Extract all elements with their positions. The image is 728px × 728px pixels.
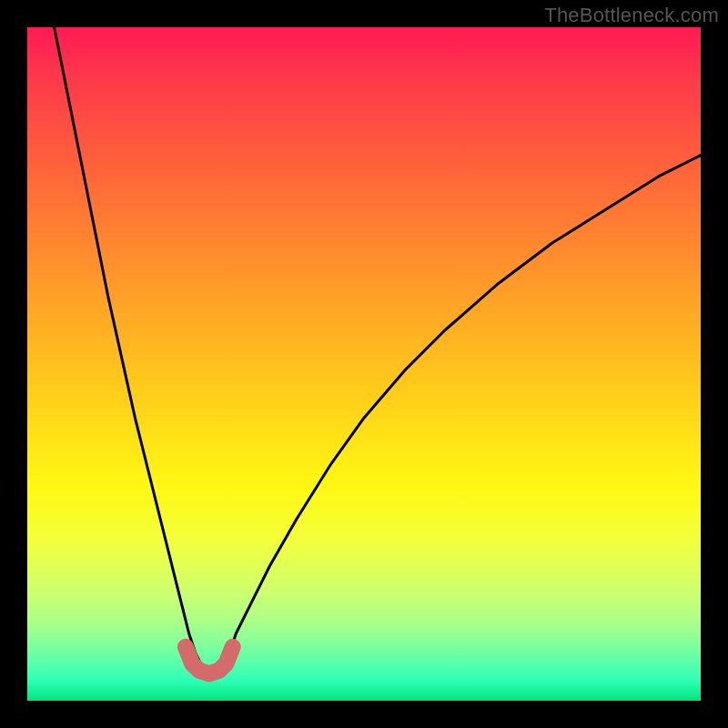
optimal-zone-highlight [186,647,233,674]
bottleneck-curve [55,27,701,673]
plot-area [27,27,701,701]
watermark-text: TheBottleneck.com [544,4,719,27]
chart-frame: TheBottleneck.com [0,0,728,728]
curve-svg [27,27,701,701]
